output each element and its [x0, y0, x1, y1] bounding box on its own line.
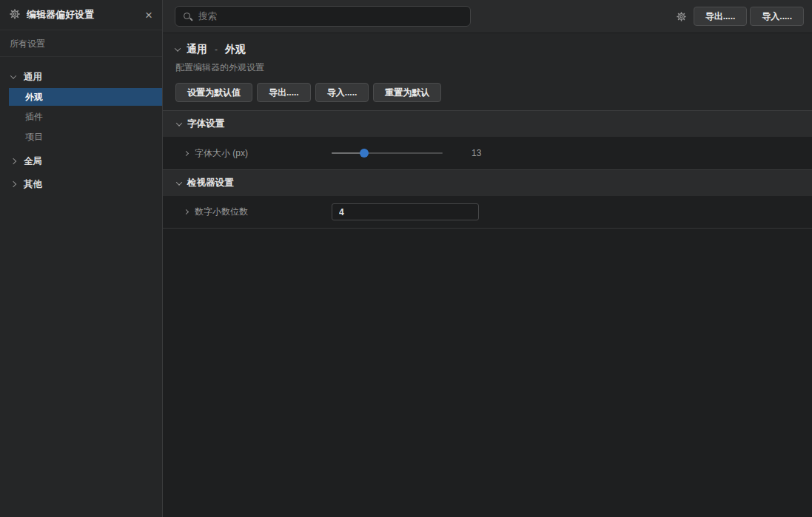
- decimal-places-input[interactable]: [332, 203, 479, 220]
- search-input[interactable]: [198, 11, 463, 21]
- window-title: 编辑器偏好设置: [27, 8, 138, 21]
- setting-label: 字体大小 (px): [195, 147, 248, 160]
- tree-children-general: 外观 插件 项目: [0, 88, 162, 146]
- page-header: 通用 - 外观 配置编辑器的外观设置 设置为默认值 导出..... 导入....…: [163, 33, 812, 110]
- preferences-gear-icon: [10, 9, 20, 21]
- set-default-button[interactable]: 设置为默认值: [175, 83, 252, 102]
- chevron-right-icon: [10, 181, 16, 187]
- toolbar-gear-icon[interactable]: [677, 12, 686, 21]
- close-icon[interactable]: ×: [145, 9, 152, 21]
- tree-item-label: 通用: [24, 71, 42, 84]
- sidebar-item-all-settings[interactable]: 所有设置: [0, 30, 162, 57]
- breadcrumb-separator: -: [215, 44, 218, 55]
- section-header-inspector-settings[interactable]: 检视器设置: [163, 169, 812, 196]
- breadcrumb-parent: 通用: [187, 43, 207, 56]
- sidebar-header: 编辑器偏好设置 ×: [0, 0, 162, 30]
- setting-row-font-size: 字体大小 (px) 13: [163, 137, 812, 169]
- tree-item-other[interactable]: 其他: [0, 175, 162, 194]
- settings-tree: 通用 外观 插件 项目 全局 其他: [0, 57, 162, 194]
- import-button[interactable]: 导入.....: [315, 83, 369, 102]
- content-empty-area: [163, 229, 812, 517]
- search-box: [175, 6, 471, 27]
- font-size-value: 13: [472, 148, 481, 158]
- tree-item-general[interactable]: 通用: [0, 67, 162, 87]
- search-icon: [183, 12, 192, 21]
- chevron-down-icon: [10, 72, 16, 78]
- tree-item-label: 全局: [24, 155, 42, 168]
- chevron-down-icon: [176, 179, 182, 185]
- chevron-down-icon[interactable]: [175, 45, 181, 51]
- page-title: 外观: [225, 43, 246, 56]
- section-title: 检视器设置: [187, 177, 234, 189]
- tree-item-plugins[interactable]: 插件: [9, 108, 162, 126]
- toolbar-export-button[interactable]: 导出.....: [694, 7, 748, 26]
- page-description: 配置编辑器的外观设置: [175, 61, 812, 73]
- toolbar-import-button[interactable]: 导入.....: [750, 7, 804, 26]
- decimal-places-control: [332, 203, 479, 220]
- section-title: 字体设置: [187, 118, 224, 130]
- export-button[interactable]: 导出.....: [257, 83, 311, 102]
- setting-label: 数字小数位数: [195, 206, 248, 218]
- breadcrumb: 通用 - 外观: [175, 42, 812, 57]
- font-size-control: 13: [332, 148, 481, 158]
- tree-group-general: 通用 外观 插件 项目: [0, 67, 162, 146]
- tree-item-label: 其他: [24, 178, 42, 191]
- page-actions: 设置为默认值 导出..... 导入..... 重置为默认: [175, 83, 812, 102]
- main-panel: 导出..... 导入..... 通用 - 外观 配置编辑器的外观设置 设置为默认…: [163, 0, 812, 517]
- tree-item-global[interactable]: 全局: [0, 152, 162, 171]
- chevron-right-icon[interactable]: [184, 150, 189, 155]
- chevron-down-icon: [176, 120, 182, 126]
- tree-item-appearance[interactable]: 外观: [9, 88, 162, 106]
- slider-thumb[interactable]: [360, 149, 369, 158]
- section-header-font-settings[interactable]: 字体设置: [163, 110, 812, 137]
- setting-row-decimal-places: 数字小数位数: [163, 196, 812, 229]
- toolbar: 导出..... 导入.....: [163, 0, 812, 33]
- preferences-window: 编辑器偏好设置 × 所有设置 通用 外观 插件 项目 全局: [0, 0, 812, 517]
- chevron-right-icon: [10, 158, 16, 164]
- sidebar: 编辑器偏好设置 × 所有设置 通用 外观 插件 项目 全局: [0, 0, 163, 517]
- chevron-right-icon[interactable]: [184, 209, 189, 214]
- tree-item-project[interactable]: 项目: [9, 128, 162, 146]
- reset-default-button[interactable]: 重置为默认: [373, 83, 441, 102]
- font-size-slider[interactable]: [332, 149, 443, 158]
